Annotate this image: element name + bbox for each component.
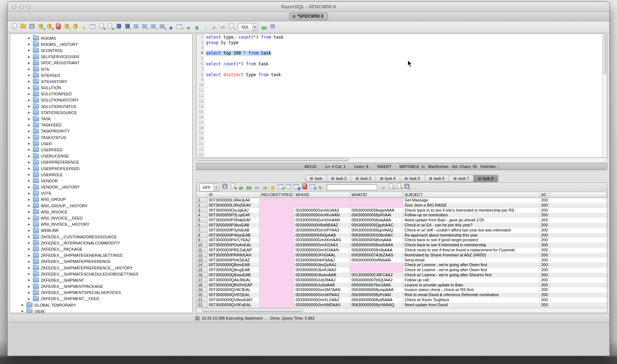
table-cell[interactable]: Check back in to see if she's interested… [403, 208, 540, 213]
disclosure-triangle-icon[interactable]: ▶ [27, 278, 31, 282]
view-glasses-icon[interactable]: 66 [260, 24, 268, 32]
tree-item-solution[interactable]: ▶SOLUTION [10, 85, 192, 91]
column-header-ac[interactable]: AC [540, 192, 549, 198]
table-cell[interactable] [260, 228, 294, 233]
save-results-icon[interactable] [221, 183, 229, 190]
table-cell[interactable] [294, 198, 350, 203]
disclosure-triangle-icon[interactable]: ▶ [27, 297, 31, 300]
table-cell[interactable]: 200 [540, 238, 549, 243]
disclosure-triangle-icon[interactable]: ▶ [27, 80, 31, 83]
tree-item-solutionhistory[interactable]: ▶SOLUTIONHISTORY [10, 97, 192, 103]
table-cell[interactable] [260, 198, 294, 203]
row-number-cell[interactable]: 2 [197, 203, 207, 208]
tree-item-selfserviceuser[interactable]: ▶SELFSERVICEUSER [10, 54, 192, 60]
column-header-whatid[interactable]: WHATID [350, 192, 403, 198]
tree-item-rooms[interactable]: ▶ROOMS [10, 35, 192, 41]
tab-close-icon[interactable]: ⊠ [310, 177, 313, 181]
download-rows-icon[interactable]: ↓ [411, 185, 419, 192]
table-cell[interactable]: 200 [540, 283, 549, 288]
table-cell[interactable]: Follow up call [403, 278, 540, 283]
edit-cell-icon[interactable]: ✎ [396, 183, 403, 190]
table-cell[interactable] [260, 253, 294, 258]
table-cell[interactable] [260, 273, 294, 278]
back-arrow-icon[interactable]: ↩ [253, 185, 260, 192]
table-row[interactable]: 1700T3000000QAeJbEAL0033000000Ju9J9AAJ00… [197, 278, 607, 283]
copy-connection-icon[interactable] [54, 22, 62, 30]
tree-item-userpreference[interactable]: ▶USERPREFERENCE [10, 159, 192, 165]
table-row[interactable]: 1200T3000000PRR8rEAH0033000000JFhGlAAL00… [197, 253, 607, 258]
table-cell[interactable]: 200 [540, 253, 549, 258]
table-row[interactable]: 2100T3000000QV8wsEAD0033000000GmXLXAA300… [197, 298, 607, 303]
table-cell[interactable]: 00T3000000P3LopEAF [207, 213, 260, 218]
row-list-icon[interactable] [269, 22, 277, 30]
disclosure-triangle-icon[interactable]: ▶ [27, 241, 31, 244]
code-line-1[interactable]: select type, count(*) from task [206, 35, 602, 40]
table-cell[interactable]: Follow-up on nomination [403, 213, 540, 218]
table-cell[interactable]: Leanne to provide update to Bain [403, 283, 540, 288]
code-line-7[interactable] [206, 67, 602, 72]
commit-icon[interactable]: ✓ [210, 24, 218, 32]
row-number-cell[interactable]: 16 [197, 273, 207, 278]
sql-code-area[interactable]: select type, count(*) from taskgroup by … [204, 34, 602, 157]
pin-columns-icon[interactable]: ▤ [293, 183, 300, 190]
disclosure-triangle-icon[interactable]: ▶ [27, 266, 31, 269]
table-cell[interactable] [350, 268, 403, 273]
edit-table-icon[interactable]: ✎ [98, 22, 105, 30]
tree-item-zkfedex-shipmentspecialservices[interactable]: ▶ZKFEDEX__SHIPMENTSPECIALSERVICES [10, 290, 192, 296]
code-line-6[interactable]: select count(*) from task [206, 61, 602, 67]
code-line-23[interactable] [206, 152, 602, 157]
tree-item-sitefeed[interactable]: ▶SITEFEED [10, 72, 192, 78]
row-number-cell[interactable]: 8 [197, 233, 207, 238]
table-cell[interactable]: 200 [540, 228, 549, 233]
row-number-cell[interactable]: 9 [197, 238, 207, 243]
code-line-17[interactable] [206, 120, 602, 126]
disclosure-triangle-icon[interactable]: ▶ [27, 155, 31, 158]
table-cell[interactable]: 0033000000GmXHnAAN [294, 218, 350, 223]
view-glasses-icon[interactable]: 66 [245, 185, 253, 192]
tree-item-userrole[interactable]: ▶USERROLE [10, 172, 192, 178]
tree-item-solutionfeed[interactable]: ▶SOLUTIONFEED [10, 91, 192, 97]
export-results-icon[interactable]: ➜ [388, 183, 395, 190]
table-cell[interactable]: 006300000058xw5AAA [350, 243, 403, 248]
code-line-15[interactable] [206, 109, 602, 115]
disclosure-triangle-icon[interactable]: ▶ [27, 210, 31, 213]
results-search-input[interactable] [327, 184, 377, 190]
disclosure-triangle-icon[interactable]: ▶ [27, 61, 31, 65]
row-number-cell[interactable]: 5 [197, 218, 207, 223]
code-line-21[interactable] [206, 142, 602, 147]
table-cell[interactable]: 0033000000GmXM7AAN [294, 287, 350, 292]
tree-item-staticresource[interactable]: ▶STATICRESOURCE [10, 109, 192, 116]
row-number-cell[interactable]: 7 [197, 228, 207, 233]
table-cell[interactable] [260, 223, 294, 228]
disclosure-triangle-icon[interactable]: ▶ [27, 272, 31, 276]
new-file-icon[interactable] [11, 22, 19, 30]
code-line-2[interactable]: group by type [206, 40, 602, 46]
results-tab-task-6[interactable]: ⊠task 6 [425, 175, 449, 182]
disclosure-triangle-icon[interactable]: ▶ [27, 223, 31, 226]
execute-fetch-icon[interactable]: ⇅ [193, 24, 201, 32]
query-log-icon[interactable]: ≡ [228, 22, 236, 30]
table-cell[interactable] [260, 268, 294, 273]
table-cell[interactable] [260, 233, 294, 238]
disclosure-triangle-icon[interactable]: ▶ [27, 43, 31, 46]
tab-close-icon[interactable]: ⊠ [380, 177, 383, 181]
table-row[interactable]: 800T3000000P46qnEAB0033000000H9i0pAAB006… [197, 233, 607, 238]
row-number-cell[interactable]: 4 [197, 213, 207, 218]
sort-rows-icon[interactable]: ⇅ [269, 185, 276, 192]
table-cell[interactable]: 0033000000JbukoAAB [294, 273, 350, 278]
table-cell[interactable]: 00T3000000PREZaEAP [207, 248, 260, 253]
column-header-recordtypeid[interactable]: RECORDTYPEID [260, 192, 294, 198]
table-cell[interactable]: Check w/ Kevin Tsujihara [403, 298, 540, 303]
tree-item-taskfeed[interactable]: ▶TASKFEED [10, 122, 192, 128]
copy-results-icon[interactable] [301, 183, 308, 190]
table-cell[interactable]: 00T3000000P46qnEAB [207, 233, 260, 238]
results-tab-task-5[interactable]: ⊠task 5 [400, 175, 425, 182]
tree-item-sfdc-registrant[interactable]: ▶SFDC_REGISTRANT [10, 60, 192, 66]
table-cell[interactable]: 0033000000JbvRJAAZ [294, 268, 350, 273]
disclosure-triangle-icon[interactable]: ▶ [27, 229, 31, 232]
tree-item-w50-invoice-feed[interactable]: ▶W50_INVOICE__FEED [10, 215, 192, 221]
table-cell[interactable]: Check back to see if good target prospec… [403, 238, 540, 243]
table-cell[interactable]: 00630000007blc2AAE [350, 283, 403, 288]
tab-close-icon[interactable]: ⊠ [292, 14, 295, 19]
row-number-cell[interactable]: 3 [197, 208, 207, 213]
